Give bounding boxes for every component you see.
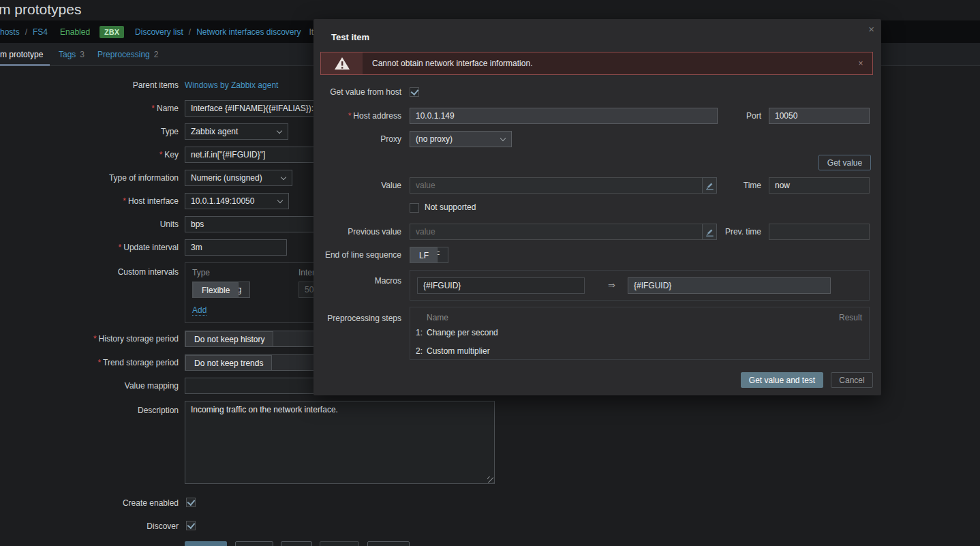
- trend-storage-label: *Trend storage period: [0, 354, 179, 371]
- discover-label: Discover: [0, 518, 179, 534]
- dialog-close-icon[interactable]: ×: [868, 23, 874, 35]
- chevron-down-icon: [500, 136, 506, 141]
- host-status-enabled: Enabled: [60, 27, 90, 37]
- breadcrumb-host-link[interactable]: FS4: [33, 27, 48, 37]
- test-button-partial[interactable]: [281, 541, 312, 546]
- not-supported-checkbox[interactable]: [410, 203, 419, 213]
- do-not-keep-history-option[interactable]: Do not keep history: [185, 331, 273, 347]
- macros-label: Macros: [313, 273, 401, 289]
- warning-message-text: Cannot obtain network interface informat…: [363, 52, 849, 74]
- host-address-label: *Host address: [313, 108, 401, 124]
- tab-item-prototype[interactable]: m prototype: [0, 43, 50, 66]
- flexible-option[interactable]: Flexible: [193, 282, 239, 298]
- warning-message-box: Cannot obtain network interface informat…: [320, 52, 873, 75]
- preprocessing-steps-panel: Name Result 1: Change per second 2: Cust…: [410, 307, 870, 360]
- preprocessing-name-header: Name: [427, 313, 448, 322]
- parent-items-label: Parent items: [0, 77, 179, 93]
- preprocessing-steps-label: Preprocessing steps: [313, 310, 401, 327]
- create-enabled-label: Create enabled: [0, 495, 179, 511]
- interval-type-toggle: Flexible Scheduling: [192, 282, 250, 298]
- active-tab-underline: [0, 64, 50, 66]
- eol-sequence-label: End of line sequence: [313, 247, 401, 263]
- key-label: *Key: [0, 147, 179, 163]
- get-value-from-host-label: Get value from host: [313, 84, 401, 100]
- custom-intervals-type-header: Type: [192, 268, 210, 277]
- warning-triangle-icon: [321, 52, 363, 74]
- prev-time-input[interactable]: [769, 224, 870, 240]
- warning-dismiss-icon[interactable]: ×: [849, 52, 872, 74]
- get-value-from-host-checkbox[interactable]: [410, 87, 419, 97]
- host-address-input[interactable]: [410, 108, 718, 124]
- units-label: Units: [0, 216, 179, 232]
- do-not-keep-trends-option[interactable]: Do not keep trends: [185, 355, 272, 371]
- update-interval-input[interactable]: [185, 239, 287, 256]
- get-value-and-test-button[interactable]: Get value and test: [741, 372, 823, 388]
- create-enabled-checkbox[interactable]: [186, 498, 196, 507]
- proxy-label: Proxy: [313, 131, 401, 147]
- tab-bar: m prototype Tags 3 Preprocessing 2: [0, 43, 158, 66]
- dialog-title: Test item: [331, 32, 369, 42]
- chevron-down-icon: [281, 175, 286, 180]
- proxy-select[interactable]: (no proxy): [410, 131, 512, 147]
- time-label: Time: [694, 177, 761, 194]
- parent-template-link[interactable]: Windows by Zabbix agent: [185, 77, 278, 93]
- tab-tags[interactable]: Tags 3: [59, 43, 85, 66]
- eol-lf-option[interactable]: LF: [410, 247, 438, 263]
- prev-time-label: Prev. time: [694, 224, 761, 240]
- breadcrumb-separator: /: [189, 27, 191, 37]
- breadcrumb-separator: /: [25, 27, 27, 37]
- zbx-agent-badge: ZBX: [99, 26, 124, 38]
- breadcrumb: hosts / FS4 Enabled ZBX Discovery list /…: [0, 20, 313, 43]
- value-input[interactable]: [410, 177, 703, 194]
- port-label: Port: [694, 108, 761, 124]
- macro-arrow-icon: ⇒: [608, 277, 615, 294]
- title-band: [0, 0, 980, 20]
- description-label: Description: [0, 402, 179, 419]
- chevron-down-icon: [277, 128, 282, 134]
- time-input[interactable]: [769, 177, 870, 194]
- custom-intervals-label: Custom intervals: [0, 264, 179, 280]
- description-textarea[interactable]: [185, 401, 495, 484]
- not-supported-label: Not supported: [425, 199, 476, 215]
- type-select[interactable]: Zabbix agent: [185, 123, 288, 140]
- macros-panel: ⇒: [410, 270, 870, 301]
- host-interface-label: *Host interface: [0, 193, 179, 209]
- breadcrumb-hosts-link[interactable]: hosts: [0, 27, 20, 37]
- type-label: Type: [0, 123, 179, 140]
- port-input[interactable]: [769, 108, 870, 124]
- type-of-information-select[interactable]: Numeric (unsigned): [185, 170, 292, 186]
- macro-value-input[interactable]: [628, 277, 831, 294]
- value-label: Value: [313, 177, 401, 194]
- breadcrumb-discovery-rule-link[interactable]: Network interfaces discovery: [196, 27, 301, 37]
- custom-intervals-interval-header: Inter: [298, 268, 315, 277]
- macro-name-input[interactable]: [417, 277, 585, 294]
- tab-preprocessing[interactable]: Preprocessing 2: [97, 43, 158, 66]
- chevron-down-icon: [277, 198, 283, 203]
- previous-value-input[interactable]: [410, 224, 703, 240]
- history-storage-label: *History storage period: [0, 331, 179, 347]
- zabbix-item-prototype-screen: m prototypes hosts / FS4 Enabled ZBX Dis…: [0, 0, 980, 546]
- host-interface-select[interactable]: 10.0.1.149:10050: [185, 193, 289, 209]
- name-label: *Name: [0, 100, 179, 117]
- cancel-button[interactable]: Cancel: [831, 372, 873, 388]
- update-button-partial[interactable]: [185, 541, 227, 546]
- eol-sequence-toggle: LF CRLF: [410, 247, 448, 263]
- preprocessing-result-header: Result: [839, 313, 862, 322]
- delete-button-partial[interactable]: [320, 541, 359, 546]
- page-title: m prototypes: [0, 1, 81, 18]
- test-item-dialog: × Test item Cannot obtain network interf…: [313, 19, 881, 395]
- discover-checkbox[interactable]: [186, 521, 196, 530]
- cancel-button-partial[interactable]: [367, 541, 410, 546]
- get-value-button[interactable]: Get value: [818, 155, 871, 170]
- custom-intervals-add-link[interactable]: Add: [192, 305, 206, 316]
- breadcrumb-discovery-list-link[interactable]: Discovery list: [135, 27, 183, 37]
- type-of-information-label: Type of information: [0, 170, 179, 186]
- previous-value-label: Previous value: [313, 224, 401, 240]
- textarea-resize-handle[interactable]: [487, 476, 493, 483]
- value-mapping-label: Value mapping: [0, 378, 179, 394]
- clone-button-partial[interactable]: [235, 541, 273, 546]
- update-interval-label: *Update interval: [0, 239, 179, 256]
